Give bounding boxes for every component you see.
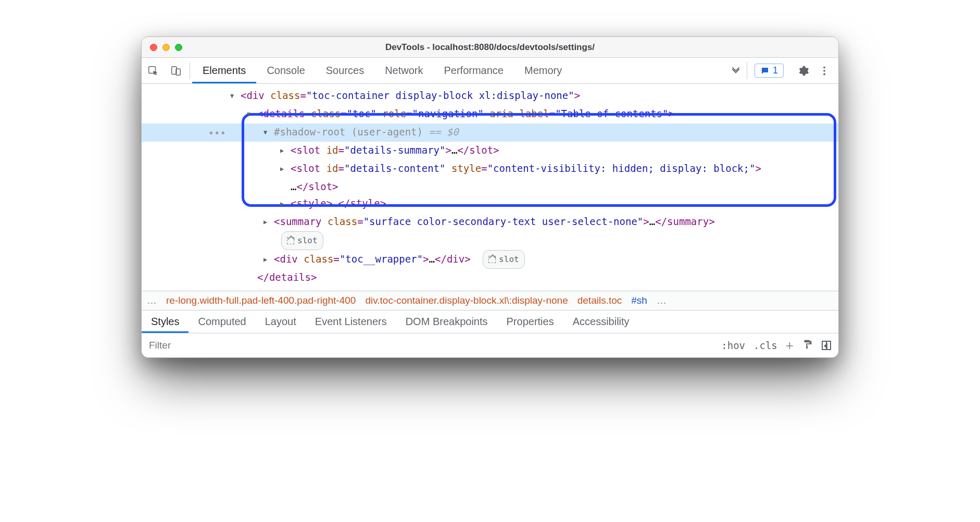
minimize-window-button[interactable]: [162, 44, 170, 51]
gutter-ellipsis[interactable]: •••: [142, 125, 230, 141]
svg-point-4: [823, 70, 825, 72]
window-controls: [142, 44, 182, 51]
dom-node[interactable]: <div class="toc__wrapper">…</div> slot: [142, 250, 838, 269]
reveal-slot-chip[interactable]: slot: [483, 250, 525, 269]
more-tabs-icon[interactable]: [727, 58, 745, 83]
dom-node[interactable]: <slot id="details-summary">…</slot>: [142, 142, 838, 160]
breadcrumb-item[interactable]: re-long.width-full.pad-left-400.pad-righ…: [166, 295, 356, 306]
window-title: DevTools - localhost:8080/docs/devtools/…: [142, 42, 838, 53]
styles-filter-bar: :hov .cls +: [142, 333, 838, 357]
subtab-dom-breakpoints[interactable]: DOM Breakpoints: [396, 310, 497, 333]
issues-count: 1: [773, 65, 778, 76]
breadcrumb-item[interactable]: #sh: [631, 295, 647, 306]
reveal-icon: [287, 237, 294, 244]
breadcrumb-ellipsis[interactable]: …: [147, 295, 157, 306]
tab-network[interactable]: Network: [374, 58, 433, 83]
subtab-properties[interactable]: Properties: [497, 310, 563, 333]
tab-elements[interactable]: Elements: [192, 58, 256, 83]
tab-sources[interactable]: Sources: [316, 58, 374, 83]
titlebar: DevTools - localhost:8080/docs/devtools/…: [142, 37, 838, 58]
inspect-element-icon[interactable]: [142, 58, 165, 83]
subtab-styles[interactable]: Styles: [142, 310, 189, 333]
dom-node[interactable]: </details>: [142, 269, 838, 285]
issues-badge[interactable]: 1: [755, 64, 784, 78]
breadcrumb-item[interactable]: div.toc-container.display-block.xl\:disp…: [365, 295, 568, 306]
svg-point-3: [823, 66, 825, 68]
tab-performance[interactable]: Performance: [434, 58, 514, 83]
zoom-window-button[interactable]: [175, 44, 182, 51]
elements-dom-tree[interactable]: <div class="toc-container display-block …: [142, 84, 838, 291]
new-style-rule-icon[interactable]: +: [786, 339, 794, 352]
tab-console[interactable]: Console: [256, 58, 315, 83]
toggle-classes-button[interactable]: .cls: [753, 340, 777, 351]
dom-breadcrumbs[interactable]: … re-long.width-full.pad-left-400.pad-ri…: [142, 291, 838, 310]
device-toolbar-icon[interactable]: [165, 58, 187, 83]
dom-node[interactable]: <style>…</style>: [142, 195, 838, 213]
shadow-root-label: #shadow-root (user-agent): [274, 126, 423, 138]
dom-node-selected[interactable]: ••• #shadow-root (user-agent) == $0: [142, 123, 838, 142]
svg-point-5: [823, 73, 825, 75]
dom-node[interactable]: <slot id="details-content" style="conten…: [142, 160, 838, 178]
breadcrumb-ellipsis[interactable]: …: [657, 295, 667, 306]
panel-tabs: Elements Console Sources Network Perform…: [192, 58, 727, 83]
breadcrumb-item[interactable]: details.toc: [577, 295, 622, 306]
close-window-button[interactable]: [150, 44, 157, 51]
dom-node[interactable]: <details class="toc" role="navigation" a…: [142, 105, 838, 123]
separator: [190, 62, 190, 79]
dom-node[interactable]: <div class="toc-container display-block …: [142, 87, 838, 105]
subtab-computed[interactable]: Computed: [189, 310, 255, 333]
subtab-event-listeners[interactable]: Event Listeners: [306, 310, 396, 333]
kebab-menu-icon[interactable]: [815, 62, 833, 80]
paint-format-icon[interactable]: [802, 339, 813, 352]
tab-memory[interactable]: Memory: [514, 58, 572, 83]
toggle-hover-button[interactable]: :hov: [721, 340, 745, 351]
subtab-accessibility[interactable]: Accessibility: [563, 310, 639, 333]
toggle-computed-panel-icon[interactable]: [822, 341, 831, 350]
devtools-window: DevTools - localhost:8080/docs/devtools/…: [141, 36, 839, 358]
reveal-icon: [488, 256, 496, 263]
reveal-slot-chip[interactable]: slot: [281, 231, 323, 250]
dom-node[interactable]: <summary class="surface color-secondary-…: [142, 213, 838, 231]
styles-pane-tabs: Styles Computed Layout Event Listeners D…: [142, 310, 838, 333]
dom-node-badge[interactable]: slot: [142, 231, 838, 250]
toolbar-right: 1: [749, 58, 838, 83]
subtab-layout[interactable]: Layout: [256, 310, 306, 333]
styles-filter-input[interactable]: [142, 340, 714, 351]
eq-dollar-zero: == $0: [429, 126, 458, 138]
svg-rect-6: [806, 346, 808, 349]
main-toolbar: Elements Console Sources Network Perform…: [142, 58, 838, 84]
settings-icon[interactable]: [795, 62, 812, 80]
separator: [747, 62, 747, 79]
dom-node-continuation[interactable]: …</slot>: [142, 178, 838, 195]
